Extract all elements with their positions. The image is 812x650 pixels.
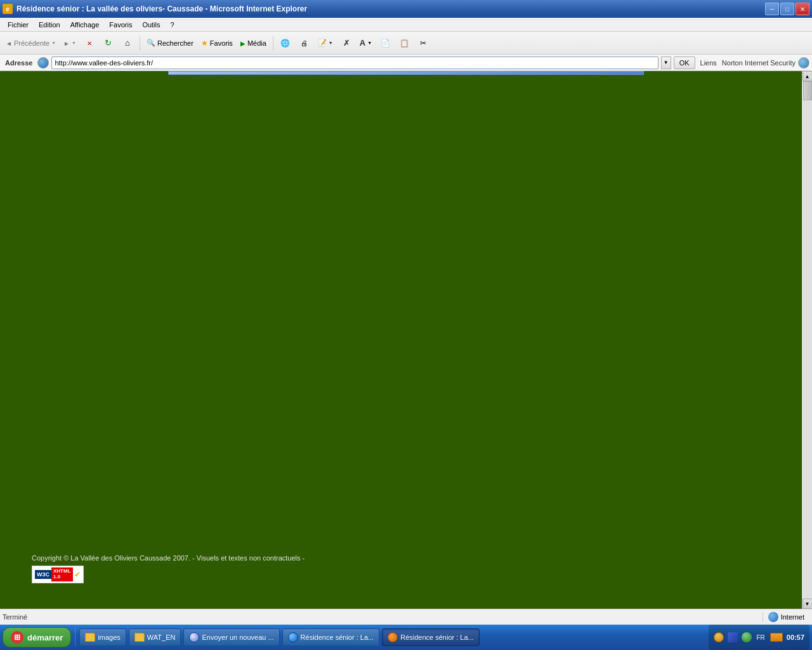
paste-icon: 📋: [400, 39, 409, 48]
maximize-button[interactable]: □: [780, 3, 794, 15]
menu-edition[interactable]: Edition: [34, 20, 65, 30]
minimize-button[interactable]: ─: [765, 3, 779, 15]
font-button[interactable]: ▼: [357, 34, 375, 53]
w3c-badge[interactable]: W3C XHTML1.0 ✔: [32, 566, 84, 583]
forward-dropdown-arrow: ▼: [72, 41, 76, 45]
globe-button[interactable]: [277, 34, 294, 53]
toolbar: Précédente ▼ ▼ Rechercher Favoris Média …: [0, 32, 812, 55]
window-controls: ─ □ ✕: [765, 3, 809, 15]
title-bar: e Résidence sénior : La vallée des olivi…: [0, 0, 812, 18]
close-button[interactable]: ✕: [796, 3, 809, 15]
refresh-button[interactable]: [100, 34, 117, 53]
cut-button[interactable]: ✂: [414, 34, 432, 53]
favorites-icon: [201, 39, 208, 48]
taskbar-ff-label: Résidence sénior : La...: [400, 633, 474, 641]
paste-button[interactable]: 📋: [395, 34, 413, 53]
scroll-up-button[interactable]: ▲: [802, 71, 813, 81]
checkmark-icon: ✔: [74, 570, 81, 579]
globe-icon: [280, 39, 290, 48]
menu-help[interactable]: ?: [166, 20, 180, 30]
forward-icon: [63, 39, 70, 47]
lang-indicator: FR: [756, 634, 766, 641]
back-label: Précédente: [14, 39, 49, 47]
window-title: Résidence sénior : La vallée des olivier…: [16, 4, 765, 13]
discuss-icon: ✗: [343, 39, 350, 48]
taskbar: ⊞ démarrer images WAT_EN Envoyer un nouv…: [0, 625, 812, 650]
back-dropdown-arrow: ▼: [51, 41, 56, 45]
clock: 00:57: [787, 633, 804, 641]
taskbar-ie-label: Résidence sénior : La...: [301, 633, 374, 641]
norton-globe-icon: [798, 57, 809, 69]
taskbar-waten-btn[interactable]: WAT_EN: [129, 628, 181, 646]
content-inner: Copyright © La Vallée des Oliviers Causs…: [0, 71, 812, 609]
taskbar-separator-1: [75, 628, 75, 646]
home-button[interactable]: [119, 34, 136, 53]
media-button[interactable]: Média: [237, 34, 270, 53]
ie-taskbar-icon: [288, 632, 298, 642]
taskbar-mail-label: Envoyer un nouveau ...: [202, 633, 273, 641]
antivirus-icon: [714, 632, 724, 642]
menu-bar: Fichier Edition Affichage Favoris Outils…: [0, 18, 812, 32]
favorites-button[interactable]: Favoris: [198, 34, 236, 53]
content-top-highlight: [168, 71, 644, 75]
url-input[interactable]: [51, 56, 658, 69]
search-icon: [147, 39, 155, 47]
scrollbar[interactable]: ▲ ▼: [802, 71, 812, 609]
media-icon: [240, 39, 246, 47]
taskbar-images-btn[interactable]: images: [79, 628, 126, 646]
scroll-thumb[interactable]: [803, 81, 812, 100]
copyright-text: Copyright © La Vallée des Oliviers Causs…: [32, 554, 770, 562]
clock-icon: [770, 633, 783, 642]
search-button[interactable]: Rechercher: [143, 34, 197, 53]
scroll-track[interactable]: [803, 81, 812, 599]
print-button[interactable]: [296, 34, 313, 53]
windows-logo: ⊞: [11, 631, 23, 644]
refresh-icon: [105, 38, 112, 48]
menu-fichier[interactable]: Fichier: [3, 20, 34, 30]
forward-button[interactable]: ▼: [60, 34, 79, 53]
stop-button[interactable]: [81, 34, 98, 53]
copy-button[interactable]: 📄: [376, 34, 394, 53]
content-area: Copyright © La Vallée des Oliviers Causs…: [0, 71, 812, 609]
go-button[interactable]: OK: [674, 56, 695, 69]
start-button[interactable]: ⊞ démarrer: [3, 627, 71, 647]
edit-icon: 📝: [318, 39, 327, 47]
menu-affichage[interactable]: Affichage: [65, 20, 105, 30]
scroll-down-button[interactable]: ▼: [802, 599, 813, 609]
content-footer: Copyright © La Vallée des Oliviers Causs…: [0, 548, 802, 590]
edit-button[interactable]: 📝 ▼: [315, 34, 336, 53]
taskbar-mail-btn[interactable]: Envoyer un nouveau ...: [183, 628, 279, 646]
menu-favoris[interactable]: Favoris: [104, 20, 137, 30]
back-button[interactable]: Précédente ▼: [3, 34, 59, 53]
search-label: Rechercher: [157, 39, 193, 47]
internet-icon: [768, 612, 778, 622]
taskbar-waten-label: WAT_EN: [147, 633, 176, 641]
address-globe-icon: [37, 57, 49, 69]
norton-security-label[interactable]: Norton Internet Security: [722, 59, 796, 67]
ff-taskbar-icon: [388, 632, 398, 642]
font-icon: [360, 38, 365, 48]
folder-icon-1: [85, 633, 95, 642]
url-dropdown-button[interactable]: ▼: [661, 56, 671, 69]
network-icon: [728, 632, 738, 642]
zone-label: Internet: [781, 613, 804, 621]
back-icon: [6, 39, 12, 47]
taskbar-images-label: images: [98, 633, 120, 641]
toolbar-separator-2: [273, 36, 273, 51]
w3c-label: W3C: [35, 570, 51, 579]
xhtml-label: XHTML1.0: [51, 567, 73, 581]
home-icon: [125, 38, 130, 48]
address-bar: Adresse ▼ OK Liens Norton Internet Secur…: [0, 55, 812, 71]
cut-icon: ✂: [420, 39, 426, 48]
font-dropdown-arrow: ▼: [367, 41, 372, 45]
mail-taskbar-icon: [189, 632, 199, 642]
taskbar-ff-btn[interactable]: Résidence sénior : La...: [382, 628, 480, 646]
start-label: démarrer: [27, 633, 63, 642]
toolbar-separator-1: [140, 36, 140, 51]
shield-icon: [742, 632, 752, 642]
menu-outils[interactable]: Outils: [137, 20, 165, 30]
taskbar-systray: FR 00:57: [709, 625, 809, 650]
edit-dropdown-arrow: ▼: [329, 41, 333, 45]
taskbar-ie-btn[interactable]: Résidence sénior : La...: [282, 628, 380, 646]
discuss-button[interactable]: ✗: [337, 34, 355, 53]
